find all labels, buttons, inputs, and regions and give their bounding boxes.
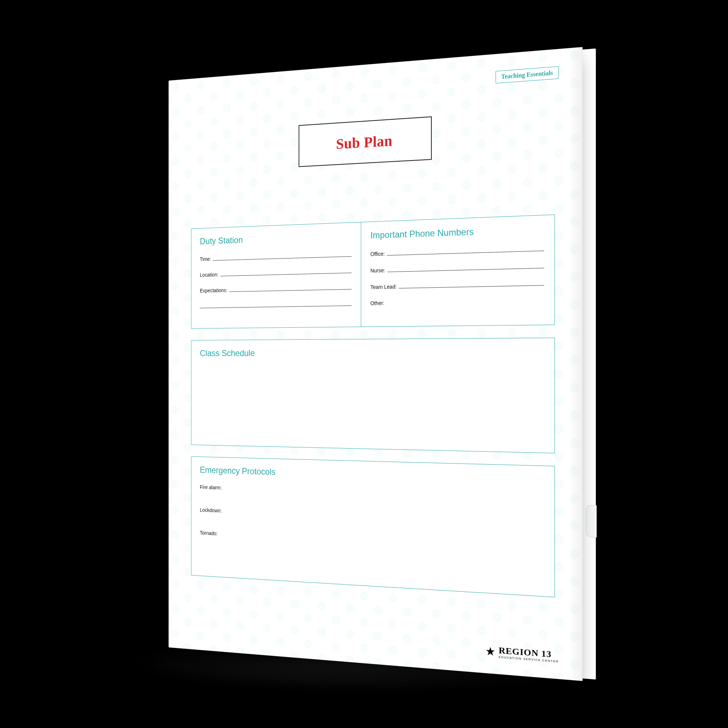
emergency-tornado-label: Tornado: [200,530,544,552]
duty-location-line [220,268,352,277]
phone-other-field: Other: [370,297,544,306]
page-title: Sub Plan [336,132,392,153]
folder-pocket-notch [586,505,597,538]
document-scene: Teaching Essentials Sub Plan Duty Statio… [147,65,581,663]
emergency-protocols-section: Emergency Protocols Fire alarm: Lockdown… [191,456,555,598]
star-icon: ★ [485,645,495,658]
duty-expectations-field: Expectations: [200,284,352,294]
duty-expectations-line [229,284,352,292]
phone-teamlead-line [399,280,544,288]
top-row: Duty Station Time: Location: Expectation… [191,214,555,329]
footer-text: REGION 13 EDUCATION SERVICE CENTER [499,646,559,664]
sub-plan-page: Teaching Essentials Sub Plan Duty Statio… [169,47,583,681]
emergency-lockdown-label: Lockdown: [200,507,544,527]
duty-time-field: Time: [200,251,352,262]
emergency-protocols-heading: Emergency Protocols [200,465,544,486]
footer-logo: ★ REGION 13 EDUCATION SERVICE CENTER [485,645,558,663]
phone-numbers-section: Important Phone Numbers Office: Nurse: T… [361,215,554,327]
duty-location-label: Location: [200,272,219,278]
content-area: Duty Station Time: Location: Expectation… [191,214,555,610]
title-box: Sub Plan [298,116,432,167]
emergency-fire-label: Fire alarm: [200,484,544,502]
phone-other-label: Other: [370,300,384,306]
phone-teamlead-field: Team Lead: [370,280,544,290]
phone-office-line [387,245,544,255]
phone-office-label: Office: [370,251,385,257]
duty-time-label: Time: [200,256,211,262]
class-schedule-heading: Class Schedule [200,347,544,358]
teaching-essentials-badge: Teaching Essentials [495,66,558,83]
duty-expectations-line-2 [200,300,352,308]
duty-station-heading: Duty Station [200,231,352,246]
phone-nurse-label: Nurse: [370,268,385,274]
class-schedule-section: Class Schedule [191,338,555,453]
duty-location-field: Location: [200,268,352,278]
phone-teamlead-label: Team Lead: [370,284,396,290]
phone-other-line [387,297,544,305]
phone-numbers-heading: Important Phone Numbers [370,224,544,241]
phone-nurse-line [387,262,544,272]
duty-station-section: Duty Station Time: Location: Expectation… [191,222,361,328]
duty-time-line [213,251,351,261]
phone-nurse-field: Nurse: [370,262,544,274]
duty-expectations-label: Expectations: [200,287,228,294]
phone-office-field: Office: [370,245,544,257]
